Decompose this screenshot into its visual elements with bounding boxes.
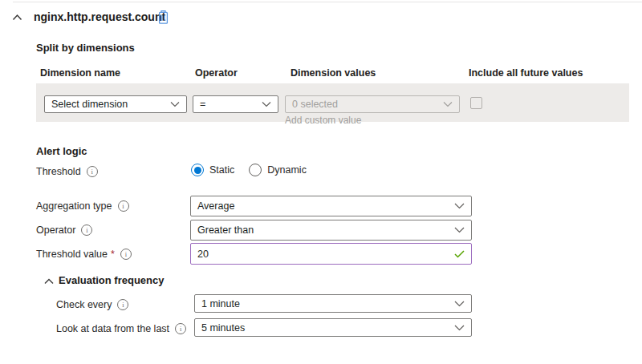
- collapse-metric-icon[interactable]: [12, 14, 22, 21]
- column-header-dimension-values: Dimension values: [291, 67, 376, 79]
- chevron-down-icon: [454, 227, 465, 234]
- threshold-dynamic-label: Dynamic: [267, 164, 307, 176]
- dimension-operator-select-value: =: [200, 99, 205, 110]
- check-every-label: Check every: [56, 299, 112, 310]
- chevron-down-icon: [454, 300, 465, 307]
- threshold-label: Threshold: [36, 166, 81, 177]
- info-icon[interactable]: i: [175, 323, 186, 334]
- radio-selected-icon: [191, 164, 204, 176]
- required-asterisk: *: [111, 249, 115, 260]
- radio-unselected-icon: [249, 164, 262, 176]
- threshold-value-field-wrap: [190, 243, 472, 265]
- info-icon[interactable]: i: [87, 166, 98, 177]
- evaluation-frequency-title: Evaluation frequency: [59, 274, 164, 286]
- delete-metric-button[interactable]: [157, 10, 169, 27]
- dimension-row: Select dimension = 0 selected Add custom…: [36, 83, 629, 122]
- alert-condition-panel: nginx.http.request.count Split by dimens…: [0, 0, 642, 364]
- chevron-down-icon: [262, 101, 271, 107]
- threshold-value-input[interactable]: [190, 243, 472, 265]
- dimension-operator-select[interactable]: =: [193, 95, 278, 113]
- operator-label-row: Operator i: [36, 224, 92, 236]
- alert-logic-title: Alert logic: [36, 145, 87, 157]
- aggregation-type-label: Aggregation type: [36, 200, 112, 212]
- info-icon[interactable]: i: [118, 200, 129, 212]
- chevron-down-icon: [454, 203, 465, 210]
- aggregation-type-select[interactable]: Average: [190, 196, 472, 216]
- threshold-radio-group: Static Dynamic: [191, 164, 307, 176]
- operator-select[interactable]: Greater than: [190, 220, 472, 241]
- trash-icon: [157, 10, 169, 27]
- look-back-select-value: 5 minutes: [201, 322, 245, 334]
- info-icon[interactable]: i: [120, 249, 132, 260]
- collapse-evaluation-frequency-icon[interactable]: [44, 278, 54, 285]
- operator-select-value: Greater than: [197, 224, 254, 236]
- threshold-value-label: Threshold value: [36, 249, 108, 260]
- threshold-label-row: Threshold i: [36, 166, 98, 177]
- aggregation-type-label-row: Aggregation type i: [36, 200, 129, 212]
- info-icon[interactable]: i: [117, 299, 128, 310]
- column-header-include-future-values: Include all future values: [469, 67, 583, 79]
- info-icon[interactable]: i: [81, 224, 92, 236]
- column-header-dimension-name: Dimension name: [40, 67, 120, 79]
- check-every-select-value: 1 minute: [201, 298, 240, 309]
- threshold-static-radio[interactable]: Static: [191, 164, 234, 176]
- metric-name-title: nginx.http.request.count: [34, 10, 165, 23]
- threshold-value-label-row: Threshold value * i: [36, 249, 132, 260]
- checkmark-icon: [454, 249, 465, 258]
- include-future-values-checkbox[interactable]: [470, 97, 482, 109]
- add-custom-value-link: Add custom value: [285, 115, 361, 126]
- aggregation-type-select-value: Average: [197, 200, 234, 212]
- chevron-down-icon: [443, 101, 453, 107]
- threshold-static-label: Static: [209, 164, 234, 176]
- dimension-values-select-value: 0 selected: [292, 99, 338, 110]
- dimension-values-select: 0 selected: [285, 95, 460, 113]
- operator-label: Operator: [36, 224, 75, 236]
- look-back-select[interactable]: 5 minutes: [194, 318, 472, 337]
- dimension-name-select-value: Select dimension: [51, 99, 128, 110]
- dimension-name-select[interactable]: Select dimension: [44, 95, 187, 113]
- chevron-down-icon: [454, 324, 465, 331]
- chevron-down-icon: [170, 101, 180, 107]
- check-every-select[interactable]: 1 minute: [194, 294, 472, 313]
- top-divider: [13, 2, 642, 2]
- look-back-label: Look at data from the last: [56, 323, 169, 334]
- split-by-dimensions-title: Split by dimensions: [36, 42, 135, 54]
- check-every-label-row: Check every i: [56, 299, 128, 310]
- look-back-label-row: Look at data from the last i: [56, 323, 186, 334]
- threshold-dynamic-radio[interactable]: Dynamic: [249, 164, 307, 176]
- column-header-operator: Operator: [195, 67, 238, 79]
